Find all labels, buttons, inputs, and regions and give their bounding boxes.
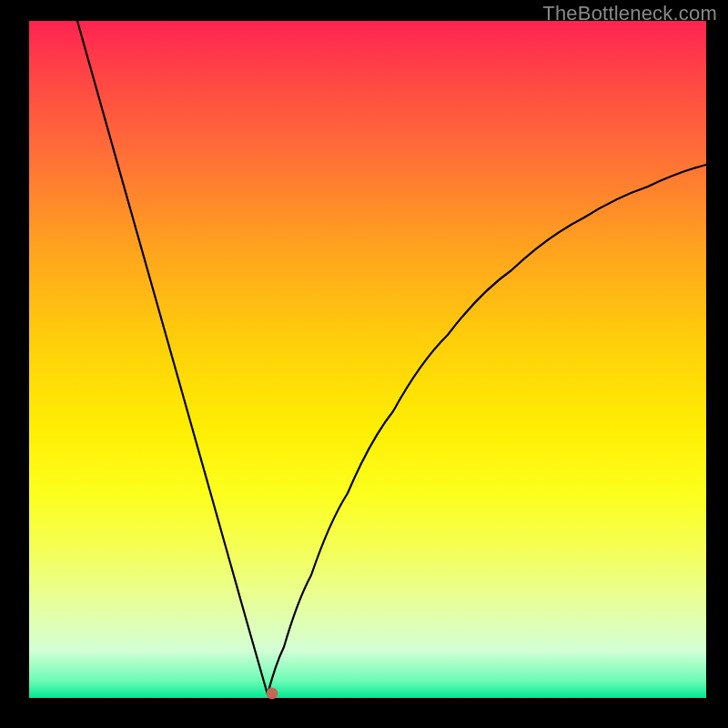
watermark-text: TheBottleneck.com	[542, 2, 717, 25]
curve-path	[77, 21, 706, 694]
plot-area	[29, 21, 706, 698]
chart-frame: TheBottleneck.com	[0, 0, 728, 728]
optimum-marker	[267, 688, 278, 699]
chart-svg	[29, 21, 706, 698]
